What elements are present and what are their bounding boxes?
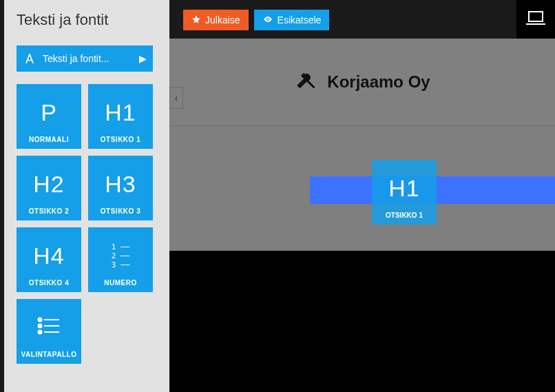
tile-glyph: H3	[105, 172, 136, 196]
tile-caption: OTSIKKO 4	[29, 279, 69, 287]
text-category-dropdown[interactable]: Teksti ja fontit... ▶	[17, 45, 153, 72]
canvas-bottom-section	[169, 251, 555, 392]
tile-caption: NORMAALI	[29, 136, 69, 143]
tile-caption: NUMERO	[104, 279, 136, 287]
drag-preview-glyph: H1	[388, 176, 419, 200]
header-divider	[169, 125, 555, 126]
tile-caption: VALINTAPALLO	[21, 351, 77, 358]
eye-icon	[262, 14, 273, 26]
collapse-sidebar-button[interactable]: ‹	[169, 87, 183, 109]
sidebar-title: Teksti ja fontit	[4, 0, 169, 39]
tile-caption: OTSIKKO 3	[101, 207, 140, 215]
tile-h1[interactable]: H1 OTSIKKO 1	[88, 84, 153, 149]
bullet-list-icon	[37, 316, 61, 338]
canvas-area: Korjaamo Oy ‹ H1 OTSIKKO 1	[169, 39, 555, 392]
tile-glyph: H2	[33, 172, 64, 196]
numbered-list-icon: 1 ──2 ──3 ──	[112, 243, 130, 269]
dropdown-label: Teksti ja fontit...	[43, 53, 132, 64]
chevron-left-icon: ‹	[175, 92, 178, 103]
tile-paragraph[interactable]: P NORMAALI	[17, 84, 81, 149]
star-icon	[191, 14, 201, 26]
tile-glyph: H1	[105, 101, 136, 124]
drag-preview-caption: OTSIKKO 1	[386, 212, 423, 219]
tools-icon	[294, 69, 317, 95]
tile-glyph: H4	[33, 244, 64, 267]
device-view-button[interactable]	[516, 0, 555, 39]
font-a-icon	[17, 52, 43, 65]
tile-bullet-list[interactable]: VALINTAPALLO	[17, 299, 81, 364]
svg-rect-0	[529, 12, 543, 21]
svg-point-6	[39, 331, 42, 334]
tile-numbered-list[interactable]: 1 ──2 ──3 ── NUMERO	[88, 227, 153, 292]
tile-h2[interactable]: H2 OTSIKKO 2	[17, 156, 81, 220]
tile-caption: OTSIKKO 1	[101, 136, 140, 143]
preview-button[interactable]: Esikatsele	[254, 10, 330, 30]
play-icon: ▶	[132, 53, 153, 64]
laptop-icon	[525, 10, 546, 28]
sidebar-panel: Teksti ja fontit Teksti ja fontit... ▶ P…	[4, 0, 169, 392]
publish-label: Julkaise	[205, 14, 240, 25]
tile-h4[interactable]: H4 OTSIKKO 4	[17, 227, 81, 292]
svg-point-2	[39, 318, 42, 322]
tile-grid: P NORMAALI H1 OTSIKKO 1 H2 OTSIKKO 2 H3 …	[4, 84, 169, 364]
publish-button[interactable]: Julkaise	[183, 10, 249, 30]
tile-h3[interactable]: H3 OTSIKKO 3	[88, 156, 153, 220]
site-title: Korjaamo Oy	[327, 72, 430, 92]
tile-glyph: P	[41, 101, 57, 124]
preview-label: Esikatsele	[278, 14, 322, 25]
drag-preview-tile[interactable]: H1 OTSIKKO 1	[372, 160, 437, 225]
svg-point-4	[39, 324, 42, 328]
site-header: Korjaamo Oy	[169, 39, 555, 125]
tile-caption: OTSIKKO 2	[29, 207, 69, 215]
